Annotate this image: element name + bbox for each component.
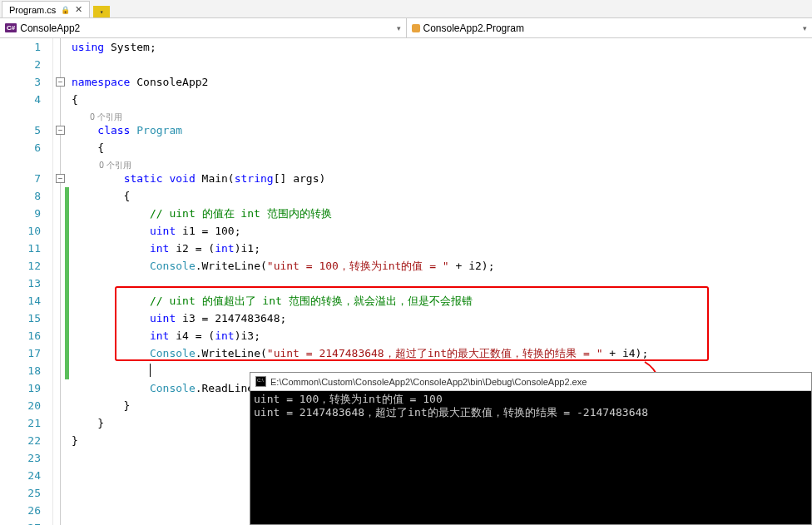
breadcrumb-class[interactable]: ConsoleApp2.Program ▾ [407, 18, 813, 37]
chevron-down-icon[interactable]: ▾ [803, 24, 807, 32]
breadcrumb-project[interactable]: C# ConsoleApp2 ▾ [0, 18, 407, 37]
breadcrumb: C# ConsoleApp2 ▾ ConsoleApp2.Program ▾ [0, 18, 812, 38]
console-output: uint = 100，转换为int的值 = 100 uint = 2147483… [250, 391, 811, 421]
tab-filename: Program.cs [9, 5, 56, 15]
line-number-gutter: 1 2 3 4 5 6 7 8 9 10 11 12 13 14 15 16 1… [0, 38, 53, 525]
console-window[interactable]: E:\Common\Custom\ConsoleApp2\ConsoleApp2… [250, 372, 812, 525]
breadcrumb-project-label: ConsoleApp2 [20, 22, 80, 34]
lock-icon: 🔒 [61, 6, 70, 14]
csharp-icon: C# [5, 23, 17, 32]
fold-toggle-icon[interactable]: − [56, 174, 65, 183]
text-cursor [150, 364, 151, 377]
chevron-down-icon[interactable]: ▾ [397, 24, 401, 32]
class-icon [412, 24, 420, 32]
pinned-marker-icon: ▾ [93, 6, 110, 17]
file-tab[interactable]: Program.cs 🔒 ✕ [2, 1, 90, 17]
console-icon [255, 376, 266, 387]
change-marker [65, 187, 69, 379]
fold-toggle-icon[interactable]: − [56, 126, 65, 135]
console-title-text: E:\Common\Custom\ConsoleApp2\ConsoleApp2… [270, 377, 587, 387]
tab-bar: Program.cs 🔒 ✕ ▾ [0, 0, 812, 18]
close-icon[interactable]: ✕ [75, 4, 82, 15]
console-titlebar[interactable]: E:\Common\Custom\ConsoleApp2\ConsoleApp2… [250, 373, 811, 391]
fold-toggle-icon[interactable]: − [56, 77, 65, 87]
breadcrumb-class-label: ConsoleApp2.Program [423, 22, 524, 34]
